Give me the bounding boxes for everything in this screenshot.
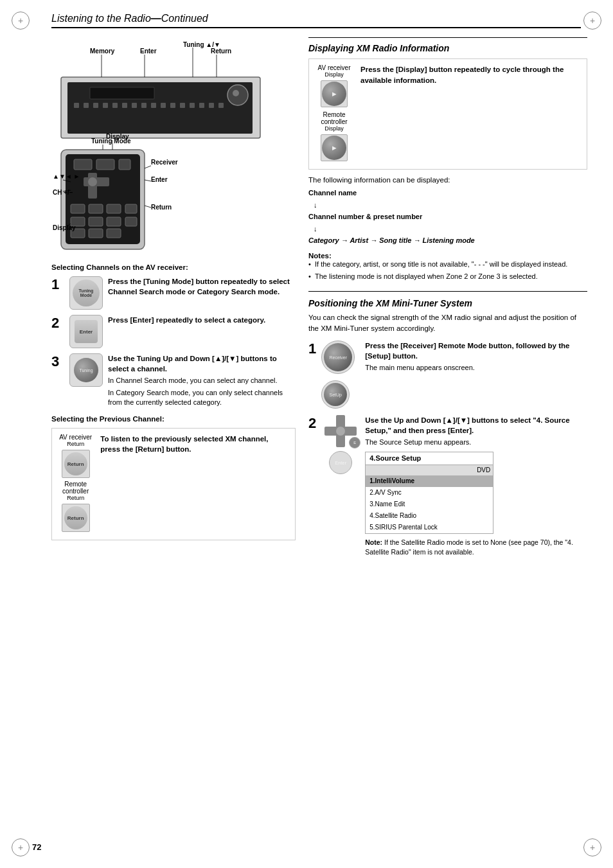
step-2-bold: Press [Enter] repeatedly to select a cat… [108, 316, 265, 324]
xm-av-label: AV receiver [314, 64, 354, 71]
step-2: 2 Enter Press [Enter] repeatedly to sele… [51, 315, 296, 348]
tuning-mode-icon: TuningMode [73, 279, 100, 306]
page-number: 72 [32, 842, 41, 852]
svg-text:Tuning ▲/▼: Tuning ▲/▼ [183, 41, 220, 48]
channel-flow-item-3: ↓ [314, 224, 587, 235]
page-subtitle: Continued [161, 13, 208, 24]
right-column: Displaying XM Radio Information AV recei… [308, 37, 587, 563]
pos-step-2-note: Note: If the Satellite Radio mode is set… [365, 538, 587, 556]
svg-text:Receiver: Receiver [151, 159, 178, 166]
svg-rect-43 [107, 217, 121, 226]
menu-item-2: 3.Name Edit [366, 499, 493, 510]
previous-channel-box: AV receiver Return Return Remote control… [51, 428, 296, 540]
step-3-icon: Tuning [69, 353, 103, 387]
svg-text:Enter: Enter [140, 48, 157, 55]
note-1: The listening mode is not displayed when… [308, 272, 587, 281]
corner-decoration-br [583, 838, 601, 856]
svg-rect-30 [66, 154, 140, 244]
device-diagram: Tuning ▲/▼ Memory Enter Return [51, 37, 296, 256]
svg-rect-42 [89, 217, 103, 226]
display-btn-icon: ▶ [322, 82, 346, 106]
corner-decoration-tl [12, 12, 30, 30]
svg-text:Enter: Enter [151, 176, 168, 183]
svg-text:CH +/–: CH +/– [53, 189, 73, 196]
svg-line-49 [63, 180, 71, 182]
pos-step-2-number: 2 [308, 415, 316, 432]
xm-display-section: Displaying XM Radio Information AV recei… [308, 37, 587, 282]
pos-step-1-number: 1 [308, 341, 316, 357]
svg-rect-37 [71, 204, 85, 213]
svg-line-57 [145, 166, 151, 168]
svg-rect-13 [151, 103, 156, 108]
svg-rect-38 [89, 204, 103, 213]
svg-line-53 [67, 224, 71, 227]
svg-text:Display: Display [106, 133, 129, 140]
svg-rect-5 [74, 103, 79, 108]
step-1-icon: TuningMode [69, 276, 103, 310]
svg-rect-29 [61, 150, 145, 249]
notes-list: If the category, artist, or song title i… [308, 260, 587, 282]
pos-step-2: 2 E Enter Use t [308, 415, 587, 556]
step-3-number: 3 [51, 355, 64, 369]
pos-step-2-bold: Use the Up and Down [▲]/[▼] buttons to s… [365, 416, 569, 434]
svg-line-61 [145, 206, 151, 208]
notes-section: Notes: If the category, artist, or song … [308, 252, 587, 282]
svg-rect-45 [71, 229, 85, 238]
page-container: Listening to the Radio—Continued [0, 0, 613, 868]
svg-point-36 [88, 177, 97, 186]
xm-remote-label: Remote controller [314, 111, 354, 125]
svg-rect-44 [125, 217, 137, 226]
step-3-text-1: In Channel Search mode, you can select a… [108, 376, 296, 385]
left-column: Tuning ▲/▼ Memory Enter Return [51, 37, 296, 563]
step-3-text: Use the Tuning Up and Down [▲]/[▼] butto… [108, 353, 296, 407]
svg-rect-11 [132, 103, 137, 108]
pos-step-1-setup-icon: SetUp [321, 380, 350, 409]
positioning-section: Positioning the XM Mini-Tuner System You… [308, 291, 587, 557]
notes-title: Notes: [308, 252, 587, 260]
pos-step-2-normal: The Source Setup menu appears. [365, 438, 587, 447]
svg-rect-19 [209, 103, 214, 108]
xm-display-label2: Display [314, 125, 354, 132]
svg-rect-34 [84, 177, 109, 186]
return-btn2-icon: Return [64, 506, 87, 529]
channel-flow: Channel name ↓ Channel number & preset n… [308, 188, 587, 247]
pos-step-1-bold: Press the [Receiver] Remote Mode button,… [365, 342, 569, 360]
positioning-title: Positioning the XM Mini-Tuner System [308, 298, 587, 308]
selecting-channels-header: Selecting Channels on the AV receiver: [51, 263, 296, 271]
step-1-text: Press the [Tuning Mode] button repeatedl… [108, 276, 296, 297]
svg-text:Display: Display [53, 224, 76, 231]
pos-step-2-text: Use the Up and Down [▲]/[▼] buttons to s… [365, 415, 587, 556]
prev-channel-text: To listen to the previously selected XM … [100, 434, 290, 454]
svg-rect-18 [199, 103, 204, 108]
svg-rect-40 [125, 204, 137, 213]
svg-rect-20 [218, 103, 224, 108]
step-1-bold: Press the [Tuning Mode] button repeatedl… [108, 278, 290, 296]
svg-rect-7 [93, 103, 98, 108]
page-header: Listening to the Radio—Continued [51, 13, 581, 28]
prev-channel-labels-area: AV receiver Return Return Remote control… [57, 434, 94, 535]
xm-display-box: AV receiver Display ▶ Remote controller … [308, 58, 587, 170]
svg-rect-1 [67, 82, 253, 134]
svg-rect-17 [190, 103, 195, 108]
step-2-number: 2 [51, 316, 64, 330]
page-title-text: Listening to the Radio [51, 13, 151, 24]
svg-line-59 [145, 180, 151, 181]
previous-channel-header: Selecting the Previous Channel: [51, 415, 296, 423]
svg-rect-16 [180, 103, 185, 108]
svg-rect-0 [61, 77, 260, 138]
svg-rect-10 [122, 103, 127, 108]
step-3: 3 Tuning Use the Tuning Up and Down [▲]/… [51, 353, 296, 407]
svg-rect-8 [103, 103, 108, 108]
corner-decoration-bl [12, 838, 30, 856]
setup-btn-icon: SetUp [324, 383, 347, 406]
menu-item-1: 2.A/V Sync [366, 487, 493, 499]
svg-rect-35 [88, 173, 97, 199]
svg-rect-39 [107, 204, 121, 213]
step-3-text-2: In Category Search mode, you can only se… [108, 388, 296, 408]
steps-container: 1 TuningMode Press the [Tuning Mode] but… [51, 276, 296, 407]
tuning-knob-icon: Tuning [74, 358, 98, 382]
svg-rect-46 [89, 229, 103, 238]
channel-flow-item-2: Channel number & preset number [308, 211, 587, 223]
step-1-number: 1 [51, 278, 64, 292]
xm-display-title: Displaying XM Radio Information [308, 37, 587, 53]
